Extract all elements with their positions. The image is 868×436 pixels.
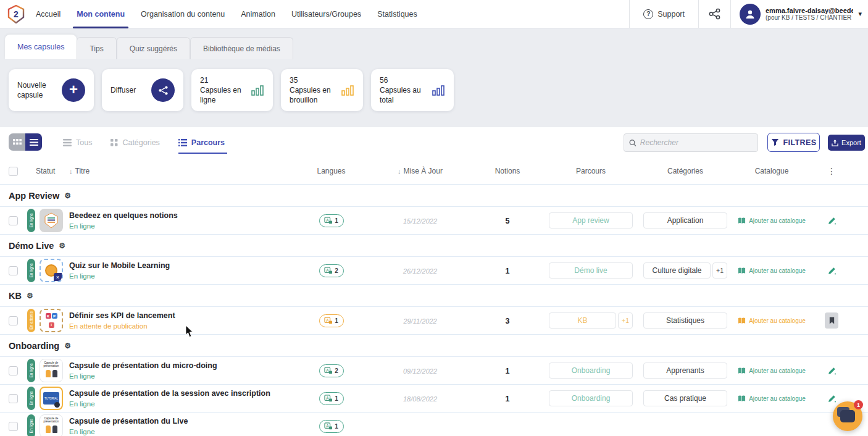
tab-mes-capsules[interactable]: Mes capsules	[5, 35, 77, 59]
plus-icon: +	[62, 78, 85, 102]
nav-organisation[interactable]: Organisation du contenu	[141, 0, 225, 28]
beedeez-logo[interactable]: 2	[7, 5, 25, 23]
capsule-thumbnail[interactable]: K P I	[40, 309, 63, 332]
sort-down-icon[interactable]: ↓	[69, 167, 73, 175]
parcours-chip[interactable]: Onboarding	[549, 390, 633, 406]
parcours-chip[interactable]: Démo live	[549, 262, 633, 279]
group-header-app-review: App Review ⚙	[0, 184, 868, 206]
stat-label: Capsules en brouillon	[290, 85, 338, 105]
table-row[interactable]: En ligne TUTORIAL Capsule de présentatio…	[0, 384, 868, 412]
status-pill: En ligne	[27, 259, 35, 282]
capsule-thumbnail[interactable]: TUTORIAL	[40, 387, 63, 410]
capsule-title[interactable]: Quiz sur le Mobile Learning	[69, 261, 296, 271]
support-button[interactable]: ? Support	[630, 9, 698, 19]
category-chip[interactable]: Cas pratique	[643, 390, 727, 406]
bar-chart-icon	[341, 85, 354, 96]
chat-widget-button[interactable]: 1	[833, 401, 862, 431]
add-to-catalogue-link[interactable]: Ajouter au catalogue	[738, 395, 806, 402]
nav-mon-contenu[interactable]: Mon contenu	[77, 0, 125, 28]
row-checkbox[interactable]	[9, 266, 18, 275]
group-name: App Review	[9, 191, 59, 201]
table-row[interactable]: En attente K P I Définir ses KPI de lanc…	[0, 306, 868, 334]
capsule-title[interactable]: Beedeez en quelques notions	[69, 211, 296, 221]
gear-icon[interactable]: ⚙	[64, 342, 71, 350]
row-checkbox[interactable]	[9, 394, 18, 403]
new-capsule-button[interactable]: Nouvelle capsule +	[9, 69, 94, 111]
parcours-chip[interactable]: App review	[549, 212, 633, 228]
capsule-thumbnail[interactable]: Capsule de présentation	[40, 414, 63, 436]
edit-icon[interactable]	[827, 394, 837, 403]
parcours-chip[interactable]: Onboarding	[549, 363, 633, 379]
row-checkbox[interactable]	[9, 316, 18, 325]
diffuser-button[interactable]: Diffuser	[102, 69, 183, 111]
select-all-checkbox[interactable]	[9, 167, 18, 176]
capsules-panel: Tous Catégories Parcours	[0, 127, 868, 436]
capsule-thumbnail[interactable]: ×	[40, 259, 63, 282]
table-row[interactable]: En ligne × Quiz sur le Mobile Learning E…	[0, 256, 868, 284]
edit-icon[interactable]	[827, 366, 837, 375]
row-checkbox[interactable]	[9, 216, 18, 225]
table-row[interactable]: En ligne Beedeez en quelques notions En …	[0, 206, 868, 234]
add-to-catalogue-link[interactable]: Ajouter au catalogue	[738, 267, 806, 274]
grid-view-button[interactable]	[9, 133, 25, 151]
add-to-catalogue-link[interactable]: Ajouter au catalogue	[738, 217, 806, 224]
category-chip[interactable]: Culture digitale	[643, 262, 711, 279]
capsule-title[interactable]: Capsule de présentation du Live	[69, 417, 296, 427]
parcours-extra-chip[interactable]: +1	[618, 312, 633, 329]
group-header-kb: KB ⚙	[0, 284, 868, 306]
edit-icon[interactable]	[827, 266, 837, 275]
edit-icon[interactable]	[827, 216, 837, 225]
row-checkbox[interactable]	[9, 422, 18, 431]
parcours-chip[interactable]: KB	[549, 312, 616, 329]
sort-down-icon[interactable]: ↓	[398, 167, 401, 175]
add-to-catalogue-link[interactable]: Ajouter au catalogue	[738, 367, 806, 374]
gear-icon[interactable]: ⚙	[59, 241, 65, 250]
bookmark-icon[interactable]	[825, 312, 838, 329]
kebab-menu-icon[interactable]: ⋮	[827, 166, 836, 176]
capsule-thumbnail[interactable]	[40, 209, 63, 232]
gear-icon[interactable]: ⚙	[64, 191, 71, 200]
svg-text:A: A	[326, 318, 329, 322]
filters-button[interactable]: FILTRES	[767, 133, 820, 152]
nav-utilisateurs[interactable]: Utilisateurs/Groupes	[291, 0, 361, 28]
stat-card-online[interactable]: 21 Capsules en ligne	[191, 69, 273, 111]
category-extra-chip[interactable]: +1	[712, 262, 727, 279]
svg-text:A: A	[326, 218, 329, 222]
capsule-title[interactable]: Capsule de présentation de la session av…	[69, 389, 296, 399]
filter-tab-categories[interactable]: Catégories	[111, 127, 159, 158]
languages-badge: A 1	[319, 214, 344, 227]
nav-animation[interactable]: Animation	[241, 0, 275, 28]
column-langues: Langues	[296, 167, 366, 175]
topbar-right: ? Support	[629, 0, 868, 28]
tab-bibliotheque-medias[interactable]: Bibliothèque de médias	[190, 37, 293, 59]
column-notions: Notions	[474, 167, 541, 175]
table-row[interactable]: En ligne Capsule de présentation Capsule…	[0, 356, 868, 384]
add-to-catalogue-link[interactable]: Ajouter au catalogue	[738, 317, 806, 324]
account-menu[interactable]: emma.faivre-daisay@beedee... (pour KB / …	[731, 4, 868, 25]
search-icon	[629, 139, 636, 147]
row-checkbox[interactable]	[9, 366, 18, 375]
stat-count: 21	[200, 75, 248, 85]
list-view-button[interactable]	[25, 133, 42, 151]
tab-tips[interactable]: Tips	[77, 37, 116, 59]
category-chip[interactable]: Statistiques	[643, 312, 727, 329]
capsule-title[interactable]: Définir ses KPI de lancement	[69, 311, 296, 321]
gear-icon[interactable]: ⚙	[27, 291, 33, 300]
stat-card-draft[interactable]: 35 Capsules en brouillon	[281, 69, 363, 111]
category-chip[interactable]: Apprenants	[643, 363, 727, 379]
list-toolbar: Tous Catégories Parcours	[0, 127, 868, 158]
export-button[interactable]: Export	[828, 135, 865, 151]
category-chip[interactable]: Application	[643, 212, 727, 228]
share-button[interactable]	[699, 8, 730, 20]
filter-tab-tous[interactable]: Tous	[63, 127, 92, 158]
stat-card-total[interactable]: 56 Capsules au total	[371, 69, 454, 111]
chevron-down-icon[interactable]: ▾	[858, 10, 862, 18]
table-row[interactable]: En ligne Capsule de présentation Capsule…	[0, 412, 868, 436]
capsule-title[interactable]: Capsule de présentation du micro-doing	[69, 361, 296, 371]
search-input[interactable]	[640, 138, 753, 147]
filter-tab-parcours[interactable]: Parcours	[178, 127, 225, 158]
nav-accueil[interactable]: Accueil	[36, 0, 61, 28]
tab-quiz-suggeres[interactable]: Quiz suggérés	[117, 37, 190, 59]
capsule-thumbnail[interactable]: Capsule de présentation	[40, 359, 63, 382]
nav-statistiques[interactable]: Statistiques	[377, 0, 417, 28]
